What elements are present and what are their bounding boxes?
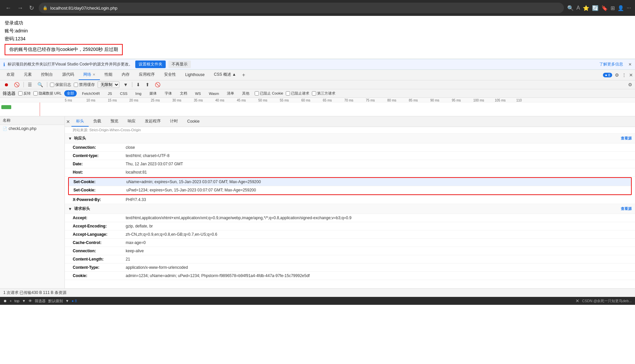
top-context-label: top xyxy=(14,299,19,303)
tick-70ms: 70 ms xyxy=(344,99,366,102)
blocked-requests-checkbox[interactable]: 已阻止请求 xyxy=(286,91,309,96)
back-button[interactable]: ← xyxy=(4,3,13,13)
console-record-icon[interactable]: ⏺ xyxy=(3,299,7,303)
search-browser-icon[interactable]: 🔍 xyxy=(567,5,574,11)
req-header-content-length: Content-Length: 21 xyxy=(65,255,635,263)
file-name: checkLogin.php xyxy=(9,126,36,131)
search-button[interactable]: 🔍 xyxy=(36,81,44,88)
tab-sources[interactable]: 源代码 xyxy=(58,70,79,80)
filter-img[interactable]: Img xyxy=(133,91,144,96)
preserve-log-checkbox[interactable]: 保留日志 xyxy=(50,82,71,88)
collapse-icon: ▼ xyxy=(68,136,72,141)
bookmark-icon[interactable]: 🔖 xyxy=(601,5,608,11)
tab-elements[interactable]: 元素 xyxy=(19,70,36,80)
invert-checkbox[interactable]: 反转 xyxy=(18,91,31,96)
third-party-checkbox[interactable]: 第三方请求 xyxy=(312,91,335,96)
tab-network[interactable]: 网络 ✕ xyxy=(79,70,100,80)
import-button[interactable]: ⬇ xyxy=(135,81,142,88)
response-headers-section[interactable]: ▼ 响应头 查看源 xyxy=(65,134,635,143)
filter-toggle-button[interactable]: ☰ xyxy=(26,81,33,88)
blocked-cookies-checkbox[interactable]: 已阻止 Cookie xyxy=(255,91,283,96)
truncated-header-row: 跨站来源: Strict-Origin-When-Cross-Origin xyxy=(65,127,635,134)
req-header-accept: Accept: text/html,application/xhtml+xml,… xyxy=(65,214,635,222)
file-row-checklogin[interactable]: 📄 checkLogin.php xyxy=(0,125,64,132)
filter-js[interactable]: JS xyxy=(105,91,115,96)
learn-more-link[interactable]: 了解更多信息 xyxy=(599,61,623,67)
filter-font[interactable]: 字体 xyxy=(162,90,175,97)
devtools-bottom-bar: ⏺ + top ▼ 👁 筛选器 默认级别 ▼ ● 8 ✕ CSDN @余死一只知… xyxy=(0,297,635,305)
dont-show-button[interactable]: 不再显示 xyxy=(168,61,191,68)
dropdown-button[interactable]: ▼ xyxy=(122,81,129,88)
url-text: localhost:81/day07/checkLogin.php xyxy=(50,6,117,11)
tab-application[interactable]: 应用程序 xyxy=(134,70,159,80)
tab-performance[interactable]: 性能 xyxy=(100,70,117,80)
add-tab-button[interactable]: + xyxy=(242,72,245,78)
record-button[interactable]: ⏺ xyxy=(3,81,10,88)
filter-fetch-xhr[interactable]: Fetch/XHR xyxy=(79,91,103,96)
address-bar[interactable]: 🔒 localhost:81/day07/checkLogin.php xyxy=(39,3,564,13)
favorites-icon[interactable]: ⭐ xyxy=(583,5,589,11)
read-aloud-icon[interactable]: A xyxy=(576,5,580,11)
detail-tab-preview[interactable]: 预览 xyxy=(106,116,123,127)
tick-10ms: 10 ms xyxy=(86,99,108,102)
response-headers-label: 响应头 xyxy=(74,136,86,141)
tick-15ms: 15 ms xyxy=(108,99,129,102)
filter-other[interactable]: 其他 xyxy=(239,90,252,97)
infobar-close-icon[interactable]: ✕ xyxy=(628,62,632,67)
eye-icon[interactable]: 👁 xyxy=(28,299,32,303)
right-panel: ✕ 标头 负载 预览 响应 发起程序 计时 Cookie 跨站来源: Stric… xyxy=(65,116,635,288)
profile-icon[interactable]: 👤 xyxy=(617,5,624,11)
detail-tab-timing[interactable]: 计时 xyxy=(165,116,183,127)
header-content-type: Content-type: text/html; charset=UTF-8 xyxy=(65,152,635,160)
tab-lighthouse[interactable]: Lighthouse xyxy=(181,70,209,80)
refresh-browser-icon[interactable]: 🔄 xyxy=(592,5,599,11)
more-menu-icon[interactable]: ··· xyxy=(627,5,631,11)
infobar-text: 标识项目的根文件夹以打开Visual Studio Code中的源文件并同步更改… xyxy=(8,61,133,67)
console-add-icon[interactable]: + xyxy=(10,299,12,303)
tab-css-overview[interactable]: CSS 概述 ▲ xyxy=(209,70,241,80)
clear-button[interactable]: 🚫 xyxy=(13,81,21,88)
req-header-connection: Connection: keep-alive xyxy=(65,247,635,255)
detail-tab-payload[interactable]: 负载 xyxy=(89,116,106,127)
tab-security[interactable]: 安全性 xyxy=(159,70,181,80)
view-source-request-link[interactable]: 查看源 xyxy=(621,206,632,211)
throttle-select[interactable]: 无限制 xyxy=(98,81,119,88)
filter-wasm[interactable]: Wasm xyxy=(206,91,222,96)
set-root-folder-button[interactable]: 设置根文件夹 xyxy=(135,61,166,68)
detail-panel-close-icon[interactable]: ✕ xyxy=(66,119,70,124)
refresh-button[interactable]: ↻ xyxy=(28,3,35,13)
disable-cache-checkbox[interactable]: 禁用缓存 xyxy=(74,82,95,88)
block-icon[interactable]: 🚫 xyxy=(153,81,162,88)
filter-doc[interactable]: 文档 xyxy=(177,90,190,97)
filter-manifest[interactable]: 清单 xyxy=(224,90,237,97)
detail-tab-cookie[interactable]: Cookie xyxy=(183,117,204,126)
devtools-more-icon[interactable]: ⋮ xyxy=(622,72,626,78)
detail-tab-response[interactable]: 响应 xyxy=(123,116,140,127)
network-settings-icon[interactable]: ⚙ xyxy=(628,82,632,87)
filter-ws[interactable]: WS xyxy=(192,91,204,96)
devtools-close-icon[interactable]: ✕ xyxy=(629,72,633,78)
devtools-settings-icon[interactable]: ⚙ xyxy=(615,72,619,78)
filter-media[interactable]: 媒体 xyxy=(147,90,159,97)
devtools-tabs: 欢迎 元素 控制台 源代码 网络 ✕ 性能 内存 应用程序 安全性 Lighth… xyxy=(0,70,635,80)
console-close-icon[interactable]: ✕ xyxy=(575,298,579,303)
tab-memory[interactable]: 内存 xyxy=(117,70,134,80)
filter-all[interactable]: 全部 xyxy=(64,90,77,97)
tab-welcome[interactable]: 欢迎 xyxy=(2,70,19,80)
view-source-response-link[interactable]: 查看源 xyxy=(621,136,632,141)
filter-css[interactable]: CSS xyxy=(117,91,130,96)
console-level-dropdown-icon[interactable]: ▼ xyxy=(65,299,69,303)
detail-tab-headers[interactable]: 标头 xyxy=(71,116,89,127)
cookie-notice-text: 你的账号信息已经存放与cookie中，259200秒 后过期 xyxy=(9,47,118,52)
lock-icon: 🔒 xyxy=(43,6,48,10)
export-button[interactable]: ⬆ xyxy=(144,81,151,88)
dropdown-context-icon[interactable]: ▼ xyxy=(22,299,26,303)
tick-5ms: 5 ms xyxy=(65,99,86,102)
detail-tab-initiator[interactable]: 发起程序 xyxy=(140,116,165,127)
request-headers-section[interactable]: ▼ 请求标头 查看源 xyxy=(65,204,635,214)
tab-console[interactable]: 控制台 xyxy=(36,70,58,80)
hide-data-urls-checkbox[interactable]: 隐藏数据 URL xyxy=(33,91,62,96)
collections-icon[interactable]: ⊞ xyxy=(611,5,615,11)
forward-button[interactable]: → xyxy=(16,3,24,13)
network-tab-close-icon[interactable]: ✕ xyxy=(93,73,95,76)
